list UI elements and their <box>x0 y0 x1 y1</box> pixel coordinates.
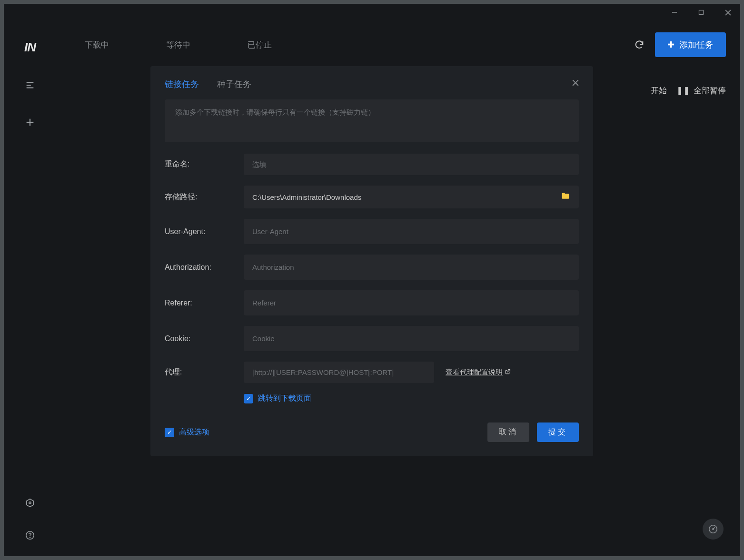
ua-input[interactable] <box>244 219 579 244</box>
top-tabs: 下载中 等待中 已停止 ✚ 添加任务 <box>56 30 740 59</box>
row-authorization: Authorization: <box>165 255 579 280</box>
svg-point-10 <box>29 502 31 504</box>
folder-icon[interactable] <box>561 191 570 203</box>
add-task-label: 添加任务 <box>679 39 714 50</box>
tab-stopped[interactable]: 已停止 <box>248 39 272 50</box>
path-value: C:\Users\Administrator\Downloads <box>252 193 361 201</box>
menu-icon[interactable] <box>23 79 37 92</box>
footer-buttons: 取消 提交 <box>487 422 579 442</box>
start-all-button[interactable]: 开始 <box>651 85 667 96</box>
rename-input[interactable] <box>244 154 579 175</box>
row-proxy: 代理: 查看代理配置说明 <box>165 362 579 383</box>
svg-point-14 <box>713 529 714 530</box>
close-button[interactable] <box>721 6 734 19</box>
app-body: IN 下载中 等待中 已停止 <box>4 21 740 556</box>
proxy-input[interactable] <box>244 362 434 383</box>
proxy-label: 代理: <box>165 367 244 377</box>
referer-input[interactable] <box>244 290 579 315</box>
dialog-close-button[interactable] <box>572 79 579 88</box>
app-logo: IN <box>24 40 36 55</box>
secondary-actions: 开始 ❚❚ 全部暂停 <box>651 85 726 96</box>
ua-label: User-Agent: <box>165 227 244 236</box>
add-task-button[interactable]: ✚ 添加任务 <box>655 32 726 57</box>
url-textarea[interactable]: 添加多个下载链接时，请确保每行只有一个链接（支持磁力链） <box>165 99 579 142</box>
tab-torrent-task[interactable]: 种子任务 <box>217 79 251 90</box>
svg-marker-9 <box>27 499 34 507</box>
submit-button[interactable]: 提交 <box>537 422 579 442</box>
sidebar: IN <box>4 21 56 556</box>
row-user-agent: User-Agent: <box>165 219 579 244</box>
pause-all-button[interactable]: ❚❚ 全部暂停 <box>676 85 726 96</box>
maximize-button[interactable] <box>694 6 708 19</box>
advanced-checkbox[interactable]: ✓ <box>165 428 174 437</box>
minimize-button[interactable] <box>668 6 681 19</box>
app-window: IN 下载中 等待中 已停止 <box>4 4 740 556</box>
dialog-footer: ✓ 高级选项 取消 提交 <box>165 422 579 442</box>
svg-rect-1 <box>699 10 704 15</box>
svg-point-12 <box>30 537 30 538</box>
titlebar <box>4 4 740 21</box>
top-actions: ✚ 添加任务 <box>631 32 726 57</box>
pause-all-label: 全部暂停 <box>694 85 726 96</box>
advanced-label: 高级选项 <box>179 427 209 437</box>
jump-download-checkbox[interactable]: ✓ <box>244 394 253 403</box>
plus-icon: ✚ <box>667 39 675 50</box>
row-rename: 重命名: <box>165 154 579 175</box>
tab-downloading[interactable]: 下载中 <box>85 39 109 50</box>
tab-waiting[interactable]: 等待中 <box>166 39 190 50</box>
row-path: 存储路径: C:\Users\Administrator\Downloads <box>165 186 579 208</box>
proxy-help-label: 查看代理配置说明 <box>446 368 503 377</box>
speed-gauge-button[interactable] <box>703 519 724 540</box>
rename-label: 重命名: <box>165 159 244 169</box>
start-all-label: 开始 <box>651 85 667 96</box>
sidebar-bottom <box>23 496 37 542</box>
dialog-tabs: 链接任务 种子任务 <box>165 79 579 90</box>
settings-icon[interactable] <box>23 496 37 510</box>
pause-icon: ❚❚ <box>676 86 690 96</box>
row-referer: Referer: <box>165 290 579 315</box>
cookie-label: Cookie: <box>165 334 244 343</box>
url-placeholder: 添加多个下载链接时，请确保每行只有一个链接（支持磁力链） <box>175 108 568 117</box>
help-icon[interactable] <box>23 529 37 542</box>
row-jump-download: ✓ 跳转到下载页面 <box>244 393 579 403</box>
cancel-button[interactable]: 取消 <box>487 422 529 442</box>
path-input[interactable]: C:\Users\Administrator\Downloads <box>244 186 579 208</box>
add-icon[interactable] <box>23 116 37 129</box>
tab-link-task[interactable]: 链接任务 <box>165 79 199 90</box>
referer-label: Referer: <box>165 299 244 307</box>
jump-download-label: 跳转到下载页面 <box>258 393 311 403</box>
auth-input[interactable] <box>244 255 579 280</box>
external-link-icon <box>505 368 511 376</box>
path-label: 存储路径: <box>165 192 244 202</box>
add-task-dialog: 链接任务 种子任务 添加多个下载链接时，请确保每行只有一个链接（支持磁力链） 重… <box>150 66 593 456</box>
proxy-help-link[interactable]: 查看代理配置说明 <box>446 368 511 377</box>
auth-label: Authorization: <box>165 263 244 272</box>
advanced-options-toggle[interactable]: ✓ 高级选项 <box>165 427 209 437</box>
row-cookie: Cookie: <box>165 326 579 351</box>
refresh-button[interactable] <box>631 37 647 53</box>
cookie-input[interactable] <box>244 326 579 351</box>
